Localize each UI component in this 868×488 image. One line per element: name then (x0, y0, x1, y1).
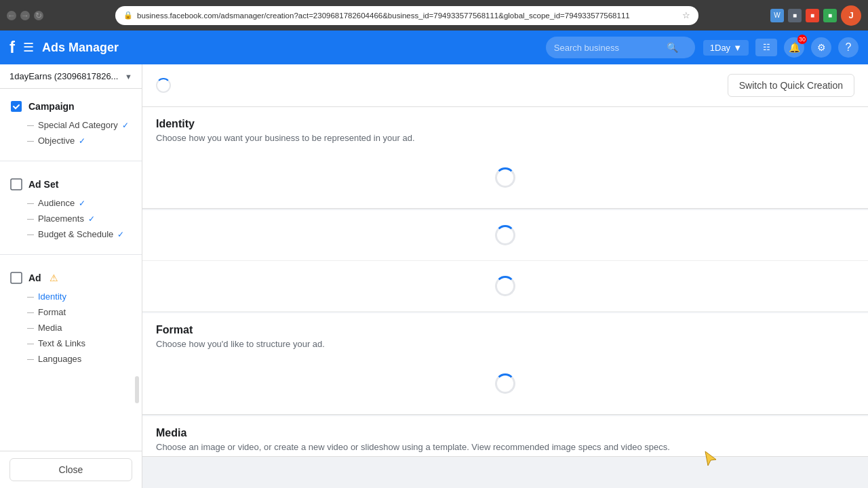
spinner-2 (495, 276, 515, 296)
star-icon: ☆ (682, 10, 690, 20)
media-section: Media Choose an image or video, or creat… (142, 416, 868, 457)
sidebar-item-budget-schedule[interactable]: — Budget & Schedule ✓ (0, 226, 142, 242)
ad-section-header: Ad ⚠ (0, 267, 142, 289)
quick-creation-button[interactable]: Switch to Quick Creation (728, 74, 854, 97)
settings-icon[interactable]: ⚙ (811, 37, 831, 58)
identity-subtitle: Choose how you want your business to be … (156, 133, 854, 143)
sidebar-item-objective[interactable]: — Objective ✓ (0, 133, 142, 148)
profile-avatar[interactable]: J (841, 5, 861, 26)
page-selector-icon[interactable]: ☷ (755, 39, 777, 56)
address-bar[interactable]: 🔒 business.facebook.com/adsmanager/creat… (115, 6, 698, 25)
search-bar[interactable]: 🔍 (546, 37, 695, 58)
objective-label: Objective (38, 136, 75, 146)
format-title: Format (156, 324, 854, 336)
campaign-icon (9, 100, 23, 113)
main-layout: 1dayEarns (23096817826... ▼ Campaign — S… (0, 64, 868, 488)
format-section-header: Format Choose how you'd like to structur… (142, 313, 868, 353)
top-loading-spinner (156, 78, 171, 93)
format-label: Format (38, 307, 66, 317)
campaign-title: Campaign (28, 101, 75, 112)
adset-icon (9, 178, 23, 191)
loading-row-2 (142, 261, 868, 312)
ad-alert-icon: ⚠ (50, 272, 58, 283)
ext-icon-1: W (770, 9, 784, 22)
notifications-icon[interactable]: 🔔 30 (784, 37, 804, 58)
identity-label: Identity (38, 291, 66, 302)
campaign-section: Campaign — Special Ad Category ✓ — Objec… (0, 89, 142, 155)
placements-label: Placements (38, 214, 84, 224)
ad-section: Ad ⚠ — Identity — Format — Media — Text … (0, 260, 142, 373)
audience-check: ✓ (79, 199, 85, 208)
sidebar-item-languages[interactable]: — Languages (0, 351, 142, 367)
special-ad-category-label: Special Ad Category (38, 120, 118, 130)
help-icon[interactable]: ? (838, 37, 859, 58)
audience-label: Audience (38, 198, 75, 208)
notification-badge: 30 (797, 35, 807, 44)
identity-section-header: Identity Choose how you want your busine… (142, 107, 868, 147)
identity-spinner (495, 167, 515, 188)
adset-title: Ad Set (28, 179, 58, 190)
sidebar-item-audience[interactable]: — Audience ✓ (0, 195, 142, 211)
spinner-1 (495, 225, 515, 245)
bell-icon: 🔔 (789, 42, 800, 53)
sidebar-bottom: Close (0, 451, 142, 488)
day-selector[interactable]: 1Day ▼ (703, 40, 749, 56)
url-text: business.facebook.com/adsmanager/creatio… (137, 12, 678, 20)
identity-loading (142, 147, 868, 208)
sidebar-scrollbar[interactable] (135, 376, 139, 403)
text-links-label: Text & Links (38, 338, 85, 348)
content-area: Switch to Quick Creation Identity Choose… (142, 64, 868, 488)
lock-icon: 🔒 (123, 11, 133, 20)
ad-title: Ad (28, 272, 41, 283)
back-button[interactable]: ← (7, 11, 16, 20)
svg-rect-2 (11, 272, 22, 283)
loading-row-1 (142, 210, 868, 261)
objective-check: ✓ (79, 136, 85, 146)
account-selector[interactable]: 1dayEarns (23096817826... ▼ (0, 64, 142, 89)
grid-icon: ☷ (763, 43, 770, 52)
hamburger-menu-icon[interactable]: ☰ (23, 40, 34, 55)
sidebar-item-format[interactable]: — Format (0, 304, 142, 320)
sidebar-item-placements[interactable]: — Placements ✓ (0, 211, 142, 226)
media-subtitle: Choose an image or video, or create a ne… (156, 442, 854, 452)
ext-icon-3: ■ (806, 9, 819, 22)
close-button[interactable]: Close (9, 458, 132, 481)
campaign-section-header: Campaign (0, 96, 142, 117)
special-ad-category-check: ✓ (122, 121, 129, 130)
forward-button[interactable]: → (20, 11, 30, 20)
sidebar-item-text-links[interactable]: — Text & Links (0, 336, 142, 351)
identity-section: Identity Choose how you want your busine… (142, 107, 868, 209)
svg-rect-1 (11, 179, 22, 190)
budget-schedule-label: Budget & Schedule (38, 229, 113, 239)
media-section-header: Media Choose an image or video, or creat… (142, 416, 868, 456)
identity-title: Identity (156, 118, 854, 130)
format-section: Format Choose how you'd like to structur… (142, 313, 868, 415)
sidebar-item-special-ad-category[interactable]: — Special Ad Category ✓ (0, 117, 142, 133)
search-input[interactable] (554, 43, 663, 53)
media-label: Media (38, 323, 62, 333)
format-spinner (495, 373, 515, 394)
sidebar-item-media[interactable]: — Media (0, 320, 142, 336)
gear-icon: ⚙ (817, 42, 826, 53)
refresh-button[interactable]: ↻ (34, 11, 43, 20)
adset-section: Ad Set — Audience ✓ — Placements ✓ — Bud… (0, 167, 142, 249)
account-dropdown-icon: ▼ (125, 73, 132, 81)
format-loading (142, 353, 868, 414)
nav-divider-1 (0, 161, 142, 161)
ext-icon-2: ■ (788, 9, 802, 22)
question-icon: ? (846, 41, 852, 54)
ad-icon (9, 271, 23, 285)
sidebar-item-identity[interactable]: — Identity (0, 289, 142, 304)
search-icon: 🔍 (667, 42, 678, 53)
languages-label: Languages (38, 354, 81, 364)
svg-rect-0 (11, 101, 22, 112)
top-bar: Switch to Quick Creation (142, 64, 868, 107)
ext-icon-4: ■ (823, 9, 837, 22)
media-title: Media (156, 427, 854, 439)
facebook-logo: f (9, 38, 15, 57)
account-name: 1dayEarns (23096817826... (9, 71, 121, 81)
app-title: Ads Manager (42, 41, 119, 55)
nav-divider-2 (0, 254, 142, 255)
adset-section-header: Ad Set (0, 174, 142, 195)
browser-chrome: ← → ↻ 🔒 business.facebook.com/adsmanager… (0, 0, 868, 30)
